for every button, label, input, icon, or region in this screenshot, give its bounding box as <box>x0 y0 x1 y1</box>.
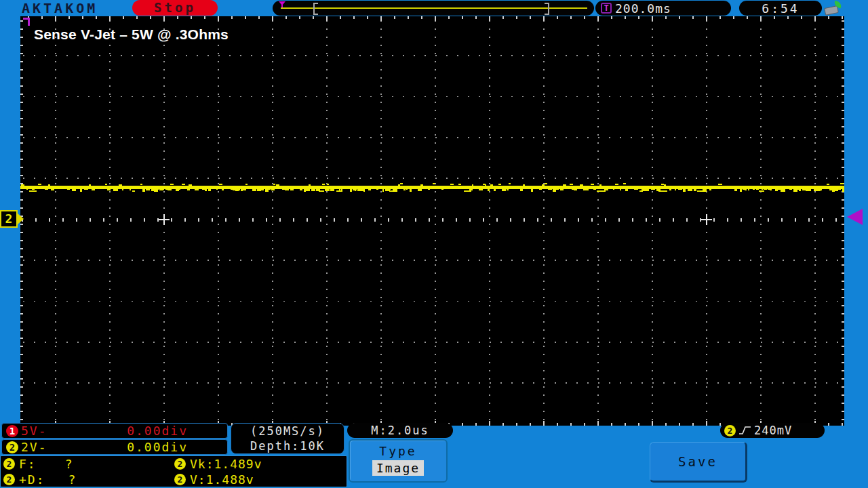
measurement-row-1: 2 F: ? 2 Vk:1.489v <box>1 456 347 472</box>
ch1-badge: 1 <box>6 425 18 437</box>
run-state-badge[interactable]: Stop <box>132 0 218 16</box>
window-left-bracket-icon <box>313 3 318 15</box>
graticule-area: Sense V-Jet – 5W @ .3Ohms <box>20 16 844 426</box>
scope-display: Sense V-Jet – 5W @ .3Ohms 2 <box>0 16 868 426</box>
ch2-offset: 0.00div <box>127 440 188 454</box>
trigger-time-value: 200.0ms <box>615 1 671 16</box>
ch1-settings-row: 1 5V- 0.00div <box>1 423 228 439</box>
trigger-level-readout: 2 240mV <box>720 423 825 438</box>
type-button-label: Type <box>350 444 446 458</box>
ch1-offset: 0.00div <box>127 424 188 438</box>
meas-ch-badge: 2 <box>3 458 15 470</box>
screen-annotation: Sense V-Jet – 5W @ .3Ohms <box>34 26 229 43</box>
trigger-position-marker-stem <box>281 5 283 7</box>
meas-label-f: F: <box>19 457 37 471</box>
clock-readout: 6:54 <box>739 1 822 16</box>
meas-value-f: ? <box>65 457 73 471</box>
measurements-panel: 2 F: ? 2 Vk:1.489v 2 +D: ? 2 V:1.488v <box>0 455 347 487</box>
meas-group-vk: 2 Vk:1.489v <box>174 457 262 471</box>
trigger-level-value: 240mV <box>754 424 792 437</box>
acquisition-panel: (250MS/s) Depth:10K <box>231 423 344 454</box>
brand-logo: AKTAKOM <box>22 0 98 16</box>
meas-group-v: 2 V:1.488v <box>174 472 254 487</box>
trigger-t-icon: T <box>601 3 612 14</box>
ch1-scale: 5V- <box>21 424 47 438</box>
ch2-settings-row: 2 2V- 0.00div <box>1 439 228 455</box>
meas-label-d: +D: <box>19 472 45 487</box>
ch2-zero-level-marker[interactable]: 2 <box>0 210 18 228</box>
trigger-time-readout: T 200.0ms <box>595 1 731 16</box>
timebase-readout: M:2.0us <box>347 423 453 438</box>
position-bar-line <box>281 7 587 9</box>
ch2-zero-level-arrow-icon <box>18 214 24 224</box>
usb-drive-icon <box>825 1 844 15</box>
rising-edge-icon <box>738 425 752 436</box>
channel-settings-panel: 1 5V- 0.00div 2 2V- 0.00div <box>1 423 228 455</box>
trigger-position-flag-stem <box>28 18 30 26</box>
meas-value-vk: Vk:1.489v <box>190 457 262 471</box>
meas-ch-badge: 2 <box>174 474 186 485</box>
record-depth: Depth:10K <box>231 439 344 453</box>
meas-value-d: ? <box>68 472 76 487</box>
measurement-row-2: 2 +D: ? 2 V:1.488v <box>1 472 347 487</box>
sample-rate: (250MS/s) <box>231 424 344 439</box>
ch2-scale: 2V- <box>21 440 47 454</box>
window-right-bracket-icon <box>545 3 549 15</box>
trigger-channel-badge: 2 <box>724 425 736 436</box>
horizontal-position-bar[interactable] <box>273 1 594 16</box>
trigger-level-arrow-icon[interactable] <box>847 209 863 225</box>
meas-value-v: V:1.488v <box>190 472 254 487</box>
meas-ch-badge: 2 <box>174 458 186 470</box>
save-button[interactable]: Save <box>650 442 747 483</box>
meas-ch-badge: 2 <box>3 474 15 485</box>
ch2-badge: 2 <box>6 441 18 453</box>
graticule-and-trace <box>20 16 844 426</box>
type-button-value[interactable]: Image <box>372 460 424 476</box>
type-button[interactable]: Type Image <box>349 439 448 483</box>
